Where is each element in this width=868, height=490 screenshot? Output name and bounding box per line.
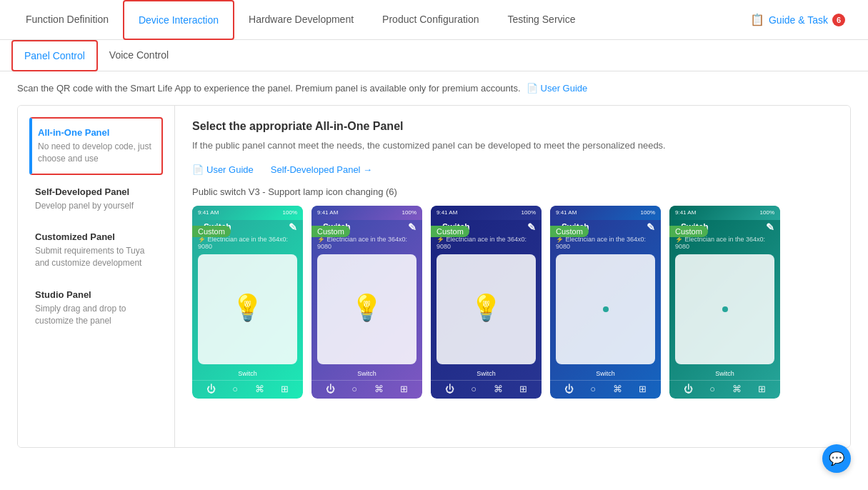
card-phone-frame-4: 9:41 AM100% Custom Switch✎ ⚡ Electrician… — [669, 206, 780, 399]
card-phone-frame-3: 9:41 AM100% Custom Switch✎ ⚡ Electrician… — [550, 206, 661, 399]
card-bg-4: 9:41 AM100% Custom Switch✎ ⚡ Electrician… — [669, 206, 780, 399]
tab-device-interaction[interactable]: Device Interaction — [123, 0, 234, 40]
panel-card-4[interactable]: 9:41 AM100% Custom Switch✎ ⚡ Electrician… — [669, 206, 780, 399]
card-status-2: 9:41 AM100% — [431, 206, 542, 220]
card-status-0: 9:41 AM100% — [192, 206, 303, 220]
sidebar-item-desc-all-in-one: No need to develop code, just choose and… — [38, 141, 156, 165]
guide-tab-label: Guide & Task — [769, 14, 828, 26]
self-developed-link-label: Self-Developed Panel → — [271, 164, 372, 175]
user-guide-link[interactable]: 📄 User Guide — [527, 83, 588, 94]
card-footer-0: Switch — [192, 367, 303, 380]
tab-product-configuration[interactable]: Product Configuration — [368, 0, 493, 40]
sidebar-item-all-in-one[interactable]: All-in-One Panel No need to develop code… — [29, 117, 163, 175]
card-body-1: 💡 — [317, 254, 416, 364]
bulb-icon-2: 💡 — [470, 293, 502, 323]
power-icon-4: ⏻ — [684, 384, 693, 394]
sidebar-item-title-customized: Customized Panel — [35, 231, 157, 242]
panel-card-2[interactable]: 9:41 AM100% Custom Switch✎ ⚡ Electrician… — [431, 206, 542, 399]
grid-icon-1: ⊞ — [400, 384, 408, 394]
card-badge-1: Custom — [311, 226, 350, 237]
card-status-1: 9:41 AM100% — [311, 206, 422, 220]
card-badge-4: Custom — [669, 226, 708, 237]
sidebar: All-in-One Panel No need to develop code… — [18, 106, 175, 447]
panel-card-1[interactable]: 9:41 AM100% Custom Switch✎ ⚡ Electrician… — [311, 206, 422, 399]
panel-card-3[interactable]: 9:41 AM100% Custom Switch✎ ⚡ Electrician… — [550, 206, 661, 399]
sidebar-item-self-developed[interactable]: Self-Developed Panel Develop panel by yo… — [29, 178, 163, 221]
main-layout: All-in-One Panel No need to develop code… — [17, 105, 851, 448]
indicator-3 — [603, 306, 609, 312]
clock-icon-3: ○ — [590, 384, 596, 394]
top-nav: Function Definition Device Interaction H… — [0, 0, 868, 40]
card-body-3 — [556, 254, 655, 364]
guide-badge: 6 — [832, 14, 845, 26]
self-developed-panel-link[interactable]: Self-Developed Panel → — [271, 164, 372, 175]
panel-cards: 9:41 AM100% Custom Switch✎ ⚡ Electrician… — [192, 206, 833, 399]
card-bottom-icons-1: ⏻ ○ ⌘ ⊞ — [311, 380, 422, 399]
sub-nav: Panel Control Voice Control — [0, 40, 868, 71]
card-badge-0: Custom — [192, 226, 231, 237]
card-phone-frame-1: 9:41 AM100% Custom Switch✎ ⚡ Electrician… — [311, 206, 422, 399]
sidebar-item-customized[interactable]: Customized Panel Submit requirements to … — [29, 223, 163, 278]
sidebar-item-desc-self-developed: Develop panel by yourself — [35, 200, 157, 212]
tab-guide-task[interactable]: 📋 Guide & Task 6 — [739, 0, 857, 40]
app-container: Function Definition Device Interaction H… — [0, 0, 868, 490]
grid-icon-3: ⊞ — [639, 384, 647, 394]
sidebar-item-title-self-developed: Self-Developed Panel — [35, 186, 157, 197]
card-phone-frame-2: 9:41 AM100% Custom Switch✎ ⚡ Electrician… — [431, 206, 542, 399]
power-icon-2: ⏻ — [445, 384, 454, 394]
card-bottom-icons-0: ⏻ ○ ⌘ ⊞ — [192, 380, 303, 399]
card-phone-frame-0: 9:41 AM100% Custom Switch✎ ⚡ Electrician… — [192, 206, 303, 399]
card-bg-0: 9:41 AM100% Custom Switch✎ ⚡ Electrician… — [192, 206, 303, 399]
card-footer-3: Switch — [550, 367, 661, 380]
clock-icon-2: ○ — [471, 384, 477, 394]
info-bar: Scan the QR code with the Smart Life App… — [17, 83, 851, 94]
panel-user-guide-label: User Guide — [206, 164, 254, 175]
bulb-icon-0: 💡 — [231, 293, 264, 323]
card-bg-3: 9:41 AM100% Custom Switch✎ ⚡ Electrician… — [550, 206, 661, 399]
card-status-3: 9:41 AM100% — [550, 206, 661, 220]
indicator-4 — [722, 306, 728, 312]
sidebar-item-studio[interactable]: Studio Panel Simply drag and drop to cus… — [29, 281, 163, 336]
user-guide-label: User Guide — [541, 83, 588, 94]
card-bottom-icons-4: ⏻ ○ ⌘ ⊞ — [669, 380, 780, 399]
power-icon-1: ⏻ — [326, 384, 335, 394]
info-text: Scan the QR code with the Smart Life App… — [17, 83, 521, 94]
card-bottom-icons-2: ⏻ ○ ⌘ ⊞ — [431, 380, 542, 399]
grid-icon-2: ⊞ — [519, 384, 527, 394]
sub-tab-panel-control[interactable]: Panel Control — [11, 40, 98, 71]
bulb-icon-1: 💡 — [351, 293, 383, 323]
tab-testing-service[interactable]: Testing Service — [494, 0, 590, 40]
card-footer-1: Switch — [311, 367, 422, 380]
user-guide-icon: 📄 — [527, 83, 538, 94]
grid-icon-0: ⊞ — [281, 384, 289, 394]
section-title: Public switch V3 - Support lamp icon cha… — [192, 186, 833, 197]
sidebar-item-desc-customized: Submit requirements to Tuya and customiz… — [35, 245, 157, 269]
scene-icon-0: ⌘ — [255, 384, 264, 394]
card-bg-2: 9:41 AM100% Custom Switch✎ ⚡ Electrician… — [431, 206, 542, 399]
clock-icon-0: ○ — [232, 384, 238, 394]
guide-icon: 📋 — [750, 13, 764, 26]
scene-icon-1: ⌘ — [374, 384, 384, 394]
links-row: 📄 User Guide Self-Developed Panel → — [192, 164, 833, 175]
card-bottom-icons-3: ⏻ ○ ⌘ ⊞ — [550, 380, 661, 399]
panel-card-0[interactable]: 9:41 AM100% Custom Switch✎ ⚡ Electrician… — [192, 206, 303, 399]
scene-icon-4: ⌘ — [732, 384, 742, 394]
card-footer-4: Switch — [669, 367, 780, 380]
help-button[interactable]: 💬 — [822, 444, 851, 473]
card-badge-2: Custom — [431, 226, 469, 237]
card-badge-3: Custom — [550, 226, 589, 237]
card-status-4: 9:41 AM100% — [669, 206, 780, 220]
tab-function-definition[interactable]: Function Definition — [11, 0, 123, 40]
tab-hardware-development[interactable]: Hardware Development — [234, 0, 368, 40]
panel-user-guide-link[interactable]: 📄 User Guide — [192, 164, 254, 175]
scene-icon-3: ⌘ — [613, 384, 622, 394]
card-body-2: 💡 — [437, 254, 536, 364]
help-icon: 💬 — [829, 451, 844, 466]
main-content: Scan the QR code with the Smart Life App… — [0, 71, 868, 490]
scene-icon-2: ⌘ — [494, 384, 503, 394]
grid-icon-4: ⊞ — [758, 384, 766, 394]
card-body-0: 💡 — [198, 254, 297, 364]
sidebar-item-title-all-in-one: All-in-One Panel — [38, 127, 156, 138]
sub-tab-voice-control[interactable]: Voice Control — [98, 40, 180, 71]
sidebar-item-desc-studio: Simply drag and drop to customize the pa… — [35, 303, 157, 327]
